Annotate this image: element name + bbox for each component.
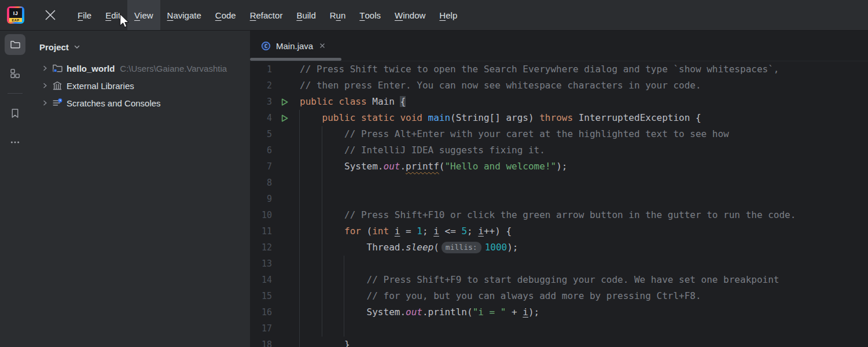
gutter-icon-cell — [272, 126, 300, 142]
token — [355, 112, 361, 123]
tab-main-java[interactable]: C Main.java — [250, 31, 333, 61]
intellij-logo-icon: IJ EAP — [7, 6, 24, 24]
project-folder-icon — [10, 39, 20, 50]
indent-guide — [322, 126, 322, 337]
token: System. — [300, 161, 384, 172]
token: i — [395, 226, 400, 237]
project-folder-toolwindow-button[interactable] — [5, 34, 25, 55]
token: + — [506, 307, 523, 318]
chevron-right-icon[interactable] — [41, 98, 50, 108]
token: ); — [507, 242, 518, 253]
token: InterruptedException { — [573, 112, 701, 123]
code-line-14[interactable]: 14 // Press Shift+F9 to start debugging … — [250, 272, 868, 288]
token: i — [523, 307, 528, 318]
project-tree: hello_worldC:\Users\Gaiane.VarvashtiaExt… — [30, 60, 250, 112]
menu-item-edit[interactable]: Edit — [98, 0, 127, 30]
token: i — [433, 226, 439, 237]
menu-item-build[interactable]: Build — [289, 0, 322, 30]
token: ( — [361, 226, 372, 237]
project-panel-title: Project — [39, 42, 69, 52]
code-line-4[interactable]: 4 public static void main(String[] args)… — [250, 110, 868, 126]
menu-item-help[interactable]: Help — [432, 0, 464, 30]
menu-item-window[interactable]: Window — [388, 0, 432, 30]
tree-item-external-libraries[interactable]: External Libraries — [30, 77, 250, 94]
menu-item-view[interactable]: View — [127, 0, 160, 30]
project-panel-header[interactable]: Project — [30, 31, 250, 55]
code-line-17[interactable]: 17 — [250, 320, 868, 337]
menu-item-navigate[interactable]: Navigate — [160, 0, 208, 30]
more-toolwindow-button[interactable] — [5, 132, 25, 153]
code-line-10[interactable]: 10 // Press Shift+F10 or click the green… — [250, 207, 868, 223]
code-line-3[interactable]: 3public class Main { — [250, 94, 868, 110]
token: ++) { — [484, 226, 512, 237]
menu-item-refactor[interactable]: Refactor — [243, 0, 290, 30]
gutter-icon-cell — [272, 158, 300, 175]
run-gutter-icon[interactable] — [279, 97, 289, 107]
code-line-12[interactable]: 12 Thread.sleep(millis:1000); — [250, 239, 868, 256]
line-number: 11 — [250, 223, 272, 239]
indent-guide — [344, 256, 344, 337]
menu-bar: IJ EAP FileEditViewNavigateCodeRefactorB… — [0, 0, 868, 31]
chevron-down-icon[interactable] — [72, 42, 82, 51]
gutter-icon-cell — [272, 337, 300, 347]
token: for — [344, 226, 361, 237]
token: ; — [467, 226, 478, 237]
code-text: Thread.sleep(millis:1000); — [300, 239, 518, 256]
tree-item-hello-world[interactable]: hello_worldC:\Users\Gaiane.Varvashtia — [30, 60, 250, 77]
code-line-6[interactable]: 6 // IntelliJ IDEA suggests fixing it. — [250, 142, 868, 158]
gutter-icon-cell — [272, 272, 300, 288]
token: // IntelliJ IDEA suggests fixing it. — [344, 145, 545, 156]
mnemonic: u — [336, 10, 341, 20]
code-line-9[interactable]: 9 — [250, 191, 868, 207]
gutter-icon-cell — [272, 288, 300, 304]
tree-item-label: External Libraries — [67, 81, 134, 91]
code-text: // for you, but you can always add more … — [300, 288, 701, 304]
toolwindow-stripe — [0, 31, 30, 347]
code-line-18[interactable]: 18 } — [250, 337, 868, 347]
active-tab-underline — [250, 58, 341, 61]
code-line-16[interactable]: 16 System.out.println("i = " + i); — [250, 304, 868, 320]
line-number: 5 — [250, 126, 272, 142]
gutter-icon-cell — [272, 207, 300, 223]
token: out — [406, 307, 422, 318]
code-line-8[interactable]: 8 — [250, 175, 868, 191]
code-line-13[interactable]: 13 — [250, 256, 868, 272]
code-line-11[interactable]: 11 for (int i = 1; i <= 5; i++) { — [250, 223, 868, 239]
code-line-5[interactable]: 5 // Press Alt+Enter with your caret at … — [250, 126, 868, 142]
tab-close-icon[interactable] — [318, 42, 326, 50]
editor-tab-bar: C Main.java — [250, 31, 868, 61]
close-icon[interactable] — [42, 6, 59, 24]
code-line-2[interactable]: 2// then press Enter. You can now see wh… — [250, 77, 868, 94]
tree-item-scratches-and-consoles[interactable]: Scratches and Consoles — [30, 94, 250, 112]
menu-item-run[interactable]: Run — [323, 0, 353, 30]
code-text: // Press Shift+F9 to start debugging you… — [300, 272, 779, 288]
bookmarks-toolwindow-button[interactable] — [5, 103, 25, 124]
logo-text: IJ — [9, 8, 22, 19]
code-line-1[interactable]: 1// Press Shift twice to open the Search… — [250, 61, 868, 77]
token — [300, 274, 367, 285]
line-number: 15 — [250, 288, 272, 304]
line-number: 7 — [250, 158, 272, 175]
menu-item-tools[interactable]: Tools — [352, 0, 388, 30]
line-number: 13 — [250, 256, 272, 272]
run-gutter-icon[interactable] — [279, 113, 289, 123]
gutter-icon-cell — [272, 256, 300, 272]
mnemonic: E — [105, 10, 111, 20]
svg-text:C: C — [264, 43, 268, 49]
chevron-right-icon[interactable] — [41, 64, 50, 73]
code-text: // Press Alt+Enter with your caret at th… — [300, 126, 729, 142]
line-number: 3 — [250, 94, 272, 110]
gutter-icon-cell — [272, 77, 300, 94]
menu-item-code[interactable]: Code — [208, 0, 243, 30]
code-line-7[interactable]: 7 System.out.printf("Hello and welcome!"… — [250, 158, 868, 175]
token: // Press Alt+Enter with your caret at th… — [344, 128, 729, 139]
java-class-icon: C — [261, 41, 271, 51]
structure-toolwindow-button[interactable] — [5, 63, 25, 84]
code-editor[interactable]: 1// Press Shift twice to open the Search… — [250, 61, 868, 347]
chevron-right-icon[interactable] — [41, 81, 50, 90]
code-line-15[interactable]: 15 // for you, but you can always add mo… — [250, 288, 868, 304]
stripe-divider — [8, 93, 23, 94]
menu-item-file[interactable]: File — [71, 0, 98, 30]
mnemonic: V — [134, 10, 140, 20]
token: ( — [433, 242, 439, 253]
